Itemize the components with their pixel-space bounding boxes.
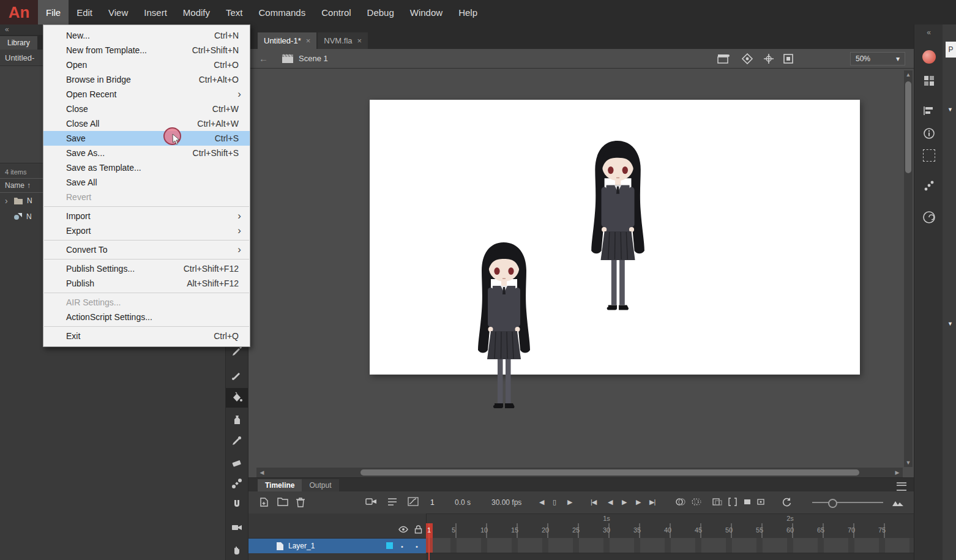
transform-panel-button[interactable] <box>914 149 943 162</box>
color-panel-button[interactable] <box>914 50 943 64</box>
camera-timeline-button[interactable] <box>365 497 377 506</box>
menu-item-open-recent[interactable]: Open Recent <box>43 87 250 102</box>
close-tab-icon[interactable]: × <box>306 36 311 45</box>
loop-icon[interactable] <box>782 497 792 507</box>
modify-markers-icon[interactable] <box>728 497 738 507</box>
menu-item-save-as[interactable]: Save As...Ctrl+Shift+S <box>43 146 250 160</box>
menu-item-convert-to[interactable]: Convert To <box>43 242 250 257</box>
camera-tool[interactable] <box>226 518 248 537</box>
motion-presets-button[interactable] <box>914 211 943 224</box>
close-tab-icon[interactable]: × <box>357 36 362 45</box>
vertical-scroll-thumb[interactable] <box>905 81 911 173</box>
hamburger-menu-icon[interactable] <box>897 482 906 491</box>
new-folder-button[interactable] <box>277 497 288 506</box>
onion-outline-icon[interactable] <box>691 497 702 507</box>
lock-icon[interactable] <box>414 525 422 534</box>
anchor-markers-icon[interactable] <box>756 497 766 507</box>
layer-1-frame-strip[interactable] <box>426 538 914 553</box>
eraser-tool[interactable] <box>226 452 248 472</box>
last-frame-icon[interactable]: ▶| <box>649 498 655 506</box>
onion-skin-icon[interactable] <box>675 497 686 507</box>
menu-item-exit[interactable]: ExitCtrl+Q <box>43 329 250 343</box>
center-frame-icon[interactable] <box>763 53 774 64</box>
collapse-left-panel-icon[interactable]: « <box>5 25 9 34</box>
scroll-left-icon[interactable]: ◀ <box>258 469 266 476</box>
menubar-item-modify[interactable]: Modify <box>175 0 218 24</box>
properties-expander-icon[interactable]: ▼ <box>947 106 953 113</box>
tab-output[interactable]: Output <box>302 479 338 491</box>
vertical-scrollbar[interactable]: ▲ ▼ <box>904 70 913 467</box>
bone-tool[interactable] <box>226 474 248 493</box>
layer-visibility-dot[interactable]: • <box>401 543 403 550</box>
menubar-item-file[interactable]: File <box>38 0 69 24</box>
menubar-item-window[interactable]: Window <box>402 0 450 24</box>
frame-box-icon[interactable]: ▯ <box>553 498 556 506</box>
ink-bottle-tool[interactable] <box>226 410 248 430</box>
timeline-zoom-slider-track[interactable] <box>812 502 883 503</box>
menubar-item-view[interactable]: View <box>100 0 136 24</box>
tab-timeline[interactable]: Timeline <box>258 479 302 491</box>
menu-item-close[interactable]: CloseCtrl+W <box>43 102 250 116</box>
fluid-brush-tool[interactable] <box>226 365 248 385</box>
zoom-select[interactable]: 50% ▾ <box>850 52 905 65</box>
layer-lock-dot[interactable]: • <box>416 543 418 550</box>
menubar-item-text[interactable]: Text <box>218 0 251 24</box>
scroll-down-icon[interactable]: ▼ <box>904 460 913 466</box>
zoom-mountain-icon[interactable] <box>892 497 904 507</box>
scroll-right-icon[interactable]: ▶ <box>893 469 902 476</box>
menubar-item-control[interactable]: Control <box>313 0 359 24</box>
delete-button[interactable] <box>296 497 305 507</box>
graph-editor-button[interactable] <box>408 497 419 506</box>
menu-item-actionscript-settings[interactable]: ActionScript Settings... <box>43 310 250 324</box>
properties-panel-tab[interactable]: P <box>946 42 956 58</box>
hand-tool[interactable] <box>226 540 248 559</box>
menu-item-publish-settings[interactable]: Publish Settings...Ctrl+Shift+F12 <box>43 261 250 276</box>
prev-keyframe-icon[interactable]: ◀ <box>539 498 543 506</box>
info-panel-button[interactable] <box>914 127 943 140</box>
scene-name[interactable]: Scene 1 <box>299 54 328 63</box>
menu-item-import[interactable]: Import <box>43 209 250 223</box>
swatches-panel-button[interactable] <box>914 75 943 87</box>
frame-rate-value[interactable]: 30.00 fps <box>491 498 521 507</box>
paint-bucket-tool[interactable] <box>226 388 248 408</box>
expander-icon[interactable]: › <box>5 196 10 206</box>
layer-name[interactable]: Layer_1 <box>288 542 315 550</box>
tab-library[interactable]: Library <box>0 36 37 50</box>
timeline-zoom-slider-knob[interactable] <box>828 499 837 508</box>
menu-item-open[interactable]: OpenCtrl+O <box>43 58 250 72</box>
horizontal-scroll-thumb[interactable] <box>360 469 859 476</box>
menubar-item-help[interactable]: Help <box>450 0 485 24</box>
timeline-frame-ruler[interactable]: 1 5 10 15 20 25 30 35 40 45 50 55 60 65 … <box>426 523 914 538</box>
next-keyframe-icon[interactable]: ▶ <box>567 498 572 506</box>
layer-row-layer-1[interactable]: Layer_1 <box>248 539 426 553</box>
new-layer-button[interactable] <box>259 497 269 507</box>
document-tab-untitled-1[interactable]: Untitled-1* × <box>258 32 316 49</box>
align-panel-button[interactable] <box>914 105 943 116</box>
menu-item-browse-in-bridge[interactable]: Browse in BridgeCtrl+Alt+O <box>43 72 250 87</box>
properties-expander-icon[interactable]: ▼ <box>947 321 953 327</box>
current-frame-value[interactable]: 1 <box>430 498 435 507</box>
edit-scene-icon[interactable] <box>717 53 730 64</box>
stage-artwork[interactable] <box>248 69 905 467</box>
play-icon[interactable]: ▶ <box>622 498 626 506</box>
frame-grid[interactable] <box>426 538 914 560</box>
edit-multiple-frames-icon[interactable] <box>712 497 723 507</box>
app-logo[interactable]: An <box>0 0 38 24</box>
brush-library-button[interactable] <box>914 180 943 192</box>
layer-outline-color-swatch[interactable] <box>386 542 393 549</box>
menu-item-publish[interactable]: PublishAlt+Shift+F12 <box>43 276 250 291</box>
magnet-tool[interactable] <box>226 495 248 514</box>
scroll-up-icon[interactable]: ▲ <box>904 72 913 78</box>
clip-content-icon[interactable] <box>783 53 794 64</box>
menu-item-save-as-template[interactable]: Save as Template... <box>43 160 250 175</box>
canvas-area[interactable] <box>248 69 914 467</box>
menubar-item-edit[interactable]: Edit <box>69 0 100 24</box>
menubar-item-debug[interactable]: Debug <box>359 0 402 24</box>
horizontal-scrollbar[interactable]: ◀ ▶ <box>256 468 903 477</box>
back-arrow-icon[interactable]: ← <box>259 53 268 64</box>
menu-item-save[interactable]: SaveCtrl+S <box>43 131 250 146</box>
step-back-icon[interactable]: ◀ <box>608 498 612 506</box>
timeline-frames-area[interactable]: 1s 2s 1 5 10 15 20 25 30 35 40 45 50 55 … <box>426 513 914 560</box>
document-tab-nvm-fla[interactable]: NVM.fla × <box>318 32 368 49</box>
step-forward-icon[interactable]: ▶ <box>636 498 640 506</box>
